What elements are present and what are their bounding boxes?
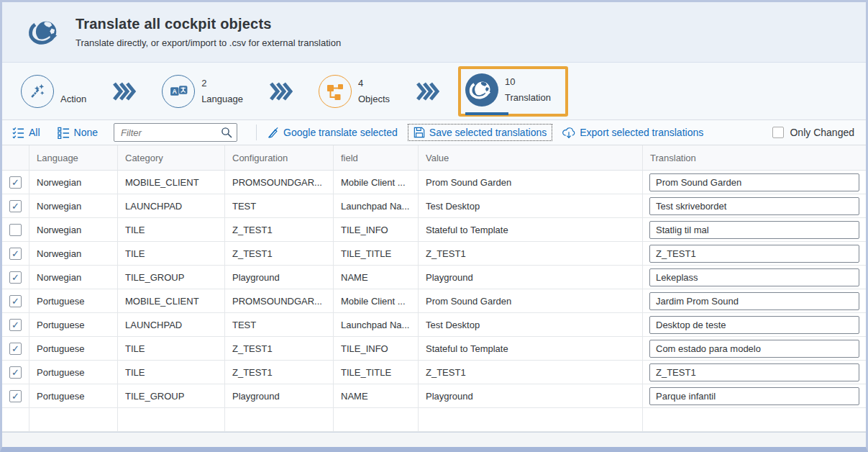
row-checkbox-cell <box>2 194 29 218</box>
row-checkbox[interactable] <box>9 248 22 260</box>
cell-configuration: Z_TEST1 <box>225 361 334 384</box>
multiselect-all-icon <box>12 127 24 139</box>
row-checkbox[interactable] <box>9 176 22 189</box>
row-checkbox[interactable] <box>9 366 22 379</box>
row-checkbox[interactable] <box>9 319 22 331</box>
filter-input[interactable] <box>114 123 237 142</box>
row-checkbox[interactable] <box>9 200 22 212</box>
cell-field: TILE_INFO <box>334 337 419 361</box>
cell-translation <box>643 313 866 337</box>
cell-value: Test Desktop <box>419 194 643 218</box>
cell-language: Portuguese <box>29 313 118 337</box>
translate-icon: A <box>162 75 195 108</box>
table-row-empty <box>2 408 866 432</box>
search-icon[interactable] <box>221 127 232 138</box>
cell-translation <box>643 242 866 266</box>
cell-category: TILE_GROUP <box>118 384 225 408</box>
table-row: Portuguese MOBILE_CLIENT PROMSOUNDGAR...… <box>2 289 866 313</box>
cell-field: TILE_TITLE <box>334 242 419 266</box>
cell-value: Stateful to Template <box>419 218 643 242</box>
select-none-label: None <box>74 127 98 138</box>
only-changed-toggle[interactable]: Only Changed <box>772 127 854 138</box>
magic-wand-icon <box>21 75 54 108</box>
cell-language: Portuguese <box>29 289 118 313</box>
cell-field: Launchpad Na... <box>334 313 419 337</box>
translation-input[interactable] <box>649 221 859 239</box>
header-cell-category: Category <box>118 145 225 171</box>
cell-language: Norwegian <box>29 218 118 242</box>
row-checkbox-cell <box>2 266 29 289</box>
table-row: Norwegian MOBILE_CLIENT PROMSOUNDGAR... … <box>2 171 866 194</box>
row-checkbox-cell <box>2 289 29 313</box>
save-icon <box>414 127 425 138</box>
page-subtitle: Translate directly, or export/import to … <box>76 37 341 48</box>
row-checkbox-cell <box>2 242 29 266</box>
row-checkbox-cell <box>2 218 29 242</box>
translation-input[interactable] <box>649 197 859 215</box>
export-selected-button[interactable]: Export selected translations <box>562 127 703 139</box>
table-row: Norwegian TILE_GROUP Playground NAME Pla… <box>2 266 866 289</box>
select-all-button[interactable]: All <box>12 127 40 139</box>
step-count: 2 <box>201 78 243 89</box>
translation-input[interactable] <box>649 363 859 381</box>
select-all-label: All <box>29 127 40 138</box>
table-row: Portuguese TILE Z_TEST1 TILE_TITLE Z_TES… <box>2 361 866 384</box>
step-count <box>60 78 86 89</box>
chevron-right-icon <box>112 82 136 101</box>
translation-input[interactable] <box>649 245 859 263</box>
step-label: Language <box>201 94 243 105</box>
cell-field: NAME <box>334 384 419 408</box>
only-changed-label: Only Changed <box>790 127 854 138</box>
toolbar: All None <box>2 120 866 145</box>
translation-input[interactable] <box>649 316 859 334</box>
save-selected-button[interactable]: Save selected translations <box>408 124 552 141</box>
translation-input[interactable] <box>649 292 859 310</box>
select-none-button[interactable]: None <box>58 127 98 139</box>
step-language[interactable]: A 2 Language <box>162 75 243 108</box>
translate-pen-icon <box>267 127 279 139</box>
step-label: Action <box>60 94 86 105</box>
row-checkbox-cell <box>2 337 29 361</box>
cell-field: TILE_TITLE <box>334 361 419 384</box>
cell-language: Portuguese <box>29 384 118 408</box>
cell-configuration: PROMSOUNDGAR... <box>225 289 334 313</box>
cell-configuration: PROMSOUNDGAR... <box>225 171 334 194</box>
cell-field: NAME <box>334 266 419 289</box>
save-selected-label: Save selected translations <box>429 127 547 138</box>
translation-input[interactable] <box>649 173 859 191</box>
row-checkbox[interactable] <box>9 271 22 284</box>
cell-configuration: Playground <box>225 384 334 408</box>
row-checkbox[interactable] <box>9 390 22 402</box>
table-row: Norwegian TILE Z_TEST1 TILE_TITLE Z_TEST… <box>2 242 866 266</box>
only-changed-checkbox[interactable] <box>772 127 784 138</box>
google-translate-button[interactable]: Google translate selected <box>267 127 398 139</box>
translation-input[interactable] <box>649 340 859 358</box>
table-row: Portuguese TILE_GROUP Playground NAME Pl… <box>2 384 866 408</box>
filter-field <box>114 123 237 142</box>
cell-value: Prom Sound Garden <box>419 289 643 313</box>
svg-text:A: A <box>172 88 177 95</box>
row-checkbox-cell <box>2 313 29 337</box>
footer-strip <box>2 432 866 447</box>
cell-translation <box>643 384 866 408</box>
row-checkbox-cell <box>2 384 29 408</box>
header-cell-translation: Translation <box>643 145 866 171</box>
step-translation[interactable]: 10 Translation <box>460 68 567 115</box>
row-checkbox[interactable] <box>9 343 22 355</box>
chevron-right-icon <box>416 82 439 101</box>
cell-value: Playground <box>419 266 643 289</box>
translation-input[interactable] <box>649 387 859 405</box>
row-checkbox[interactable] <box>9 224 22 236</box>
cell-language: Norwegian <box>29 171 118 194</box>
cell-field: Mobile Client ... <box>334 171 419 194</box>
cell-value: Prom Sound Garden <box>419 171 643 194</box>
step-action[interactable]: Action <box>21 75 86 108</box>
app-window: Translate all cockpit objects Translate … <box>0 0 868 452</box>
app-header: Translate all cockpit objects Translate … <box>2 2 866 63</box>
step-objects[interactable]: 4 Objects <box>319 75 390 108</box>
row-checkbox[interactable] <box>9 295 22 307</box>
row-checkbox-cell <box>2 171 29 194</box>
toolbar-divider <box>256 125 257 140</box>
translation-input[interactable] <box>649 268 859 286</box>
cell-language: Norwegian <box>29 266 118 289</box>
